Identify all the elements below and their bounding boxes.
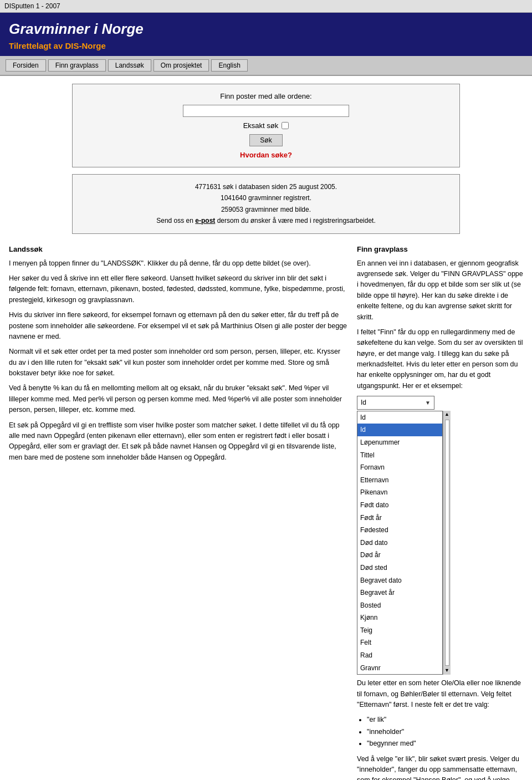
list-item: "inneholder" bbox=[367, 727, 523, 737]
exact-search-label: Eksakt søk bbox=[243, 121, 279, 130]
nav-bar: Forsiden Finn gravplass Landssøk Om pros… bbox=[0, 56, 532, 76]
stats-line4: Send oss en e-post dersom du ønsker å væ… bbox=[84, 215, 448, 226]
stats-email-link[interactable]: e-post bbox=[195, 217, 215, 225]
list-item[interactable]: Felt bbox=[357, 636, 442, 649]
left-column: Landssøk I menyen på toppen finner du "L… bbox=[9, 244, 357, 468]
dropdown-area: Id ▼ Id Id Løpenummer Tittel Fornavn Ett… bbox=[357, 396, 523, 675]
right-col-list: "er lik" "inneholder" "begynner med" bbox=[367, 715, 523, 749]
stats-line4-prefix: Send oss en bbox=[156, 217, 195, 225]
right-col-para-0: En annen vei inn i databasen, er gjennom… bbox=[357, 258, 523, 323]
left-col-para-1: Her søker du ved å skrive inn ett eller … bbox=[9, 273, 348, 305]
listbox-container: Id Id Løpenummer Tittel Fornavn Etternav… bbox=[357, 411, 451, 675]
title-bar: DISputten 1 - 2007 bbox=[0, 0, 532, 13]
search-exact-row: Eksakt søk bbox=[243, 121, 289, 130]
list-item[interactable]: Løpenummer bbox=[357, 436, 442, 449]
list-item: "begynner med" bbox=[367, 738, 523, 749]
search-label: Finn poster med alle ordene: bbox=[220, 92, 311, 100]
title-bar-text: DISputten 1 - 2007 bbox=[4, 2, 60, 10]
right-col-para-after: Ved å velge "er lik", blir søket svært p… bbox=[357, 754, 523, 780]
left-col-para-0: I menyen på toppen finner du "LANDSSØK".… bbox=[9, 258, 348, 269]
listbox[interactable]: Id Id Løpenummer Tittel Fornavn Etternav… bbox=[357, 411, 443, 675]
nav-english[interactable]: English bbox=[211, 59, 247, 72]
left-col-para-3: Normalt vil et søk etter ordet per ta me… bbox=[9, 346, 348, 379]
dropdown-selected-label: Id bbox=[361, 397, 366, 408]
nav-landssok[interactable]: Landssøk bbox=[108, 59, 151, 72]
list-item[interactable]: Fødested bbox=[357, 524, 442, 537]
left-col-para-2: Hvis du skriver inn flere søkeord, for e… bbox=[9, 310, 348, 342]
list-item[interactable]: Rad bbox=[357, 649, 442, 662]
nav-finn-gravplass[interactable]: Finn gravplass bbox=[48, 59, 106, 72]
list-item[interactable]: Id bbox=[357, 424, 442, 436]
right-col-heading: Finn gravplass bbox=[357, 244, 523, 255]
list-item[interactable]: Tittel bbox=[357, 449, 442, 462]
search-input[interactable] bbox=[183, 105, 349, 117]
list-item[interactable]: Teig bbox=[357, 624, 442, 637]
stats-box: 4771631 søk i databasen siden 25 august … bbox=[72, 174, 460, 234]
list-item[interactable]: Kjønn bbox=[357, 611, 442, 624]
dropdown-selected-display[interactable]: Id ▼ bbox=[357, 396, 434, 410]
list-item[interactable]: Fornavn bbox=[357, 461, 442, 474]
right-col-para-2: Du leter etter en som heter Ole/Ola elle… bbox=[357, 678, 523, 710]
howto-link[interactable]: Hvordan søke? bbox=[240, 151, 292, 159]
list-item[interactable]: Begravet dato bbox=[357, 574, 442, 587]
two-col-layout: Landssøk I menyen på toppen finner du "L… bbox=[9, 244, 523, 780]
left-col-para-5: Et søk på Oppegård vil gi en treffliste … bbox=[9, 420, 348, 463]
left-col-para-4: Ved å benytte % kan du få en mellomting … bbox=[9, 383, 348, 415]
list-item[interactable]: Begravet år bbox=[357, 587, 442, 599]
list-item[interactable]: Født år bbox=[357, 512, 442, 524]
left-col-heading: Landssøk bbox=[9, 244, 348, 255]
stats-line4-suffix: dersom du ønsker å være med i registreri… bbox=[215, 217, 375, 225]
list-item[interactable]: Død år bbox=[357, 549, 442, 562]
stats-line3: 259053 gravminner med bilde. bbox=[84, 204, 448, 215]
list-item[interactable]: Død dato bbox=[357, 537, 442, 549]
site-title: Gravminner i Norge bbox=[9, 21, 523, 38]
exact-search-checkbox[interactable] bbox=[282, 122, 289, 129]
scrollbar-down-icon[interactable]: ▼ bbox=[444, 667, 449, 675]
list-item[interactable]: Gravnr bbox=[357, 662, 442, 675]
header-banner: Gravminner i Norge Tilrettelagt av DIS-N… bbox=[0, 13, 532, 56]
right-column: Finn gravplass En annen vei inn i databa… bbox=[357, 244, 523, 780]
stats-line2: 1041640 gravminner registrert. bbox=[84, 192, 448, 203]
main-content: Finn poster med alle ordene: Eksakt søk … bbox=[0, 76, 532, 780]
scrollbar-up-icon[interactable]: ▲ bbox=[444, 411, 449, 419]
list-item[interactable]: Født dato bbox=[357, 499, 442, 512]
listbox-scrollbar[interactable]: ▲ ▼ bbox=[443, 411, 451, 675]
search-box: Finn poster med alle ordene: Eksakt søk … bbox=[72, 84, 460, 167]
site-subtitle: Tilrettelagt av DIS-Norge bbox=[9, 41, 523, 50]
search-button[interactable]: Søk bbox=[249, 134, 282, 146]
nav-forsiden[interactable]: Forsiden bbox=[6, 59, 46, 72]
list-item[interactable]: Pikenavn bbox=[357, 486, 442, 499]
dropdown-arrow-icon: ▼ bbox=[425, 399, 431, 407]
stats-line1: 4771631 søk i databasen siden 25 august … bbox=[84, 181, 448, 192]
list-item[interactable]: Død sted bbox=[357, 562, 442, 574]
list-item[interactable]: Bosted bbox=[357, 599, 442, 612]
list-item[interactable]: Etternavn bbox=[357, 474, 442, 487]
list-item[interactable]: Id bbox=[357, 411, 442, 424]
list-item: "er lik" bbox=[367, 715, 523, 725]
nav-om-prosjektet[interactable]: Om prosjektet bbox=[154, 59, 209, 72]
right-col-para-1: I feltet "Finn" får du opp en rullegardi… bbox=[357, 327, 523, 391]
